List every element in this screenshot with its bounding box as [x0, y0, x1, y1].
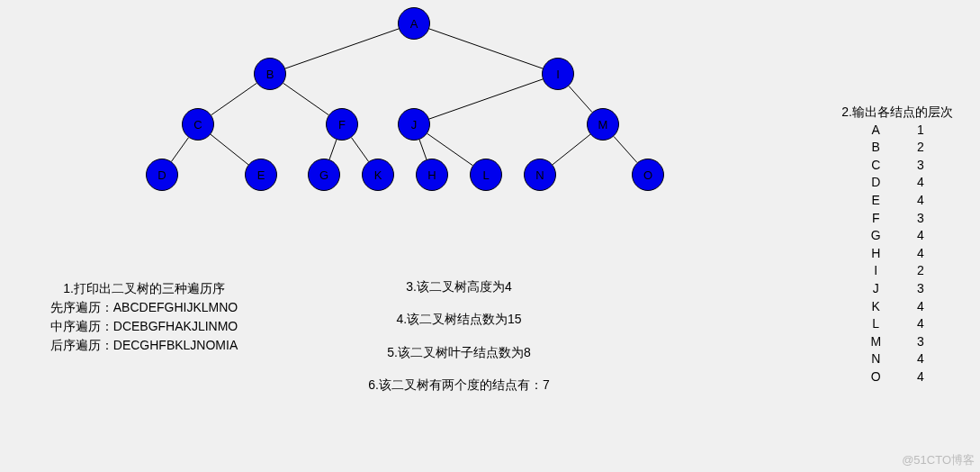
tree-edge [351, 138, 368, 162]
levels-node: L [852, 315, 899, 333]
levels-node: N [852, 350, 899, 368]
stat-leaf-count: 5.该二叉树叶子结点数为8 [315, 336, 603, 368]
levels-value: 4 [899, 245, 942, 263]
tree-edge [211, 134, 248, 165]
postorder-label: 后序遍历： [50, 338, 113, 352]
stat-height: 3.该二叉树高度为4 [315, 270, 603, 303]
levels-node: C [852, 157, 899, 175]
inorder-row: 中序遍历：DCEBGFHAKJLINMO [27, 317, 261, 336]
watermark: @51CTO博客 [902, 452, 975, 468]
levels-title: 2.输出各结点的层次 [841, 104, 953, 122]
levels-row: D4 [852, 174, 941, 192]
levels-value: 4 [899, 192, 942, 210]
tree-node-D: D [146, 159, 178, 191]
preorder-row: 先序遍历：ABCDEFGHIJKLMNO [27, 298, 261, 317]
tree-edge [283, 83, 329, 114]
tree-node-O: O [632, 159, 664, 191]
levels-value: 3 [899, 280, 942, 298]
levels-row: H4 [852, 245, 941, 263]
tree-edge [419, 140, 427, 159]
tree-node-N: N [524, 159, 556, 191]
levels-node: K [852, 298, 899, 316]
postorder-value: DECGHFBKLJNOMIA [113, 338, 238, 352]
levels-row: C3 [852, 157, 941, 175]
tree-node-L: L [470, 159, 502, 191]
levels-node: E [852, 192, 899, 210]
levels-node: H [852, 245, 899, 263]
stats-block: 3.该二叉树高度为4 4.该二叉树结点数为15 5.该二叉树叶子结点数为8 6.… [315, 270, 603, 402]
levels-row: G4 [852, 227, 941, 245]
tree-node-I: I [542, 58, 574, 90]
levels-value: 4 [899, 174, 942, 192]
levels-row: M3 [852, 333, 941, 351]
tree-node-E: E [245, 159, 277, 191]
stat-degree2: 6.该二叉树有两个度的结点有：7 [315, 368, 603, 401]
levels-value: 4 [899, 350, 942, 368]
levels-node: B [852, 139, 899, 157]
tree-node-M: M [587, 108, 619, 141]
levels-row: J3 [852, 280, 941, 298]
tree-edge [553, 134, 590, 165]
preorder-label: 先序遍历： [50, 300, 113, 314]
stat-node-count: 4.该二叉树结点数为15 [315, 303, 603, 335]
tree-edge [429, 79, 543, 119]
tree-node-H: H [416, 159, 448, 191]
tree-edge [569, 86, 592, 112]
levels-node: I [852, 262, 899, 280]
levels-node: A [852, 122, 899, 140]
levels-row: K4 [852, 298, 941, 316]
levels-row: O4 [852, 368, 941, 386]
levels-block: 2.输出各结点的层次 A1B2C3D4E4F3G4H4I2J3K4L4M3N4O… [841, 104, 953, 386]
tree-edge [429, 29, 543, 68]
levels-row: F3 [852, 210, 941, 228]
levels-value: 4 [899, 368, 942, 386]
tree-edge [614, 136, 637, 162]
levels-row: B2 [852, 139, 941, 157]
levels-node: G [852, 227, 899, 245]
levels-node: D [852, 174, 899, 192]
levels-value: 1 [899, 122, 942, 140]
tree-node-G: G [308, 159, 340, 191]
inorder-value: DCEBGFHAKJLINMO [113, 319, 238, 333]
levels-row: E4 [852, 192, 941, 210]
levels-value: 2 [899, 139, 942, 157]
tree-node-J: J [398, 108, 430, 141]
tree-node-B: B [254, 58, 286, 90]
levels-node: O [852, 368, 899, 386]
traversal-title: 1.打印出二叉树的三种遍历序 [27, 279, 261, 298]
levels-value: 4 [899, 227, 942, 245]
levels-row: L4 [852, 315, 941, 333]
tree-node-F: F [326, 108, 358, 141]
tree-edge [285, 29, 399, 68]
levels-node: F [852, 210, 899, 228]
levels-value: 3 [899, 210, 942, 228]
levels-row: I2 [852, 262, 941, 280]
tree-edge [211, 83, 257, 114]
levels-node: J [852, 280, 899, 298]
tree-edge [329, 140, 337, 159]
levels-value: 3 [899, 157, 942, 175]
tree-node-K: K [362, 159, 394, 191]
inorder-label: 中序遍历： [50, 319, 113, 333]
binary-tree-diagram: ABICFJMDEGKHLNO [126, 7, 702, 205]
preorder-value: ABCDEFGHIJKLMNO [113, 300, 238, 314]
levels-row: A1 [852, 122, 941, 140]
levels-value: 4 [899, 315, 942, 333]
levels-value: 2 [899, 262, 942, 280]
tree-node-C: C [182, 108, 214, 141]
levels-value: 4 [899, 298, 942, 316]
traversal-block: 1.打印出二叉树的三种遍历序 先序遍历：ABCDEFGHIJKLMNO 中序遍历… [27, 279, 261, 355]
tree-node-A: A [398, 7, 430, 40]
postorder-row: 后序遍历：DECGHFBKLJNOMIA [27, 336, 261, 355]
levels-value: 3 [899, 333, 942, 351]
levels-node: M [852, 333, 899, 351]
levels-table: A1B2C3D4E4F3G4H4I2J3K4L4M3N4O4 [852, 122, 941, 386]
tree-edge [171, 138, 188, 162]
levels-row: N4 [852, 350, 941, 368]
